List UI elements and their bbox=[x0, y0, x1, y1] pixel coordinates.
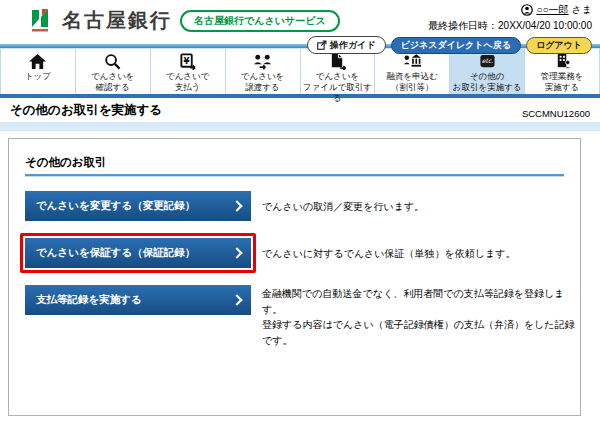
chevron-right-icon bbox=[231, 200, 242, 211]
svg-text:¥: ¥ bbox=[184, 56, 190, 66]
search-icon bbox=[103, 53, 122, 70]
nav-tab-label: でんさいを確認する bbox=[76, 71, 150, 93]
pay-icon: ¥ bbox=[178, 53, 197, 70]
chevron-right-icon bbox=[231, 294, 242, 305]
nav-tab-transfer-densai[interactable]: でんさいを譲渡する bbox=[226, 49, 301, 94]
logout-button[interactable]: ログアウト bbox=[526, 37, 592, 54]
home-icon bbox=[28, 53, 47, 70]
payment-record-description: 金融機関での自動送金でなく、利用者間での支払等記録を登録します。 登録する内容は… bbox=[262, 285, 580, 348]
nav-tab-apply-loan[interactable]: 融資を申込む（割引等） bbox=[375, 49, 450, 94]
last-operation-datetime: 最終操作日時：20XX/04/20 10:00:00 bbox=[307, 19, 592, 33]
change-densai-description: でんさいの取消／変更を行います。 bbox=[262, 191, 424, 215]
user-icon bbox=[521, 4, 533, 16]
logout-label: ログアウト bbox=[536, 41, 582, 50]
action-row-guarantee-densai: でんさいを保証する（保証記録） でんさいに対するでんさい保証（単独）を依頼します… bbox=[25, 238, 580, 268]
user-suffix: さま bbox=[572, 3, 592, 17]
header: 名古屋銀行 名古屋銀行でんさいサービス ○○一郎 さま 最終操作日時：20XX/… bbox=[0, 0, 600, 44]
nav-tab-label: でんさいを譲渡する bbox=[226, 71, 300, 93]
bank-logo-icon bbox=[30, 7, 54, 34]
change-densai-label: でんさいを変更する（変更記録） bbox=[36, 199, 195, 213]
nav-tab-label: 管理業務を実施する bbox=[525, 71, 599, 93]
nav-tab-confirm-densai[interactable]: でんさいを確認する bbox=[76, 49, 151, 94]
nav-tab-label: でんさいで支払う bbox=[151, 71, 225, 93]
external-link-icon bbox=[317, 40, 327, 50]
content-box: その他のお取引 でんさいを変更する（変更記録） でんさいの取消／変更を行います。… bbox=[8, 138, 581, 416]
nav-tab-label: その他のお取引を実施する bbox=[450, 71, 524, 93]
transfer-icon bbox=[253, 53, 272, 70]
loan-icon bbox=[403, 53, 422, 70]
payment-record-label: 支払等記録を実施する bbox=[36, 293, 142, 307]
back-to-business-direct-button[interactable]: ビジネスダイレクトへ戻る bbox=[391, 37, 521, 54]
user-name-link[interactable]: ○○一郎 bbox=[536, 3, 568, 17]
operation-guide-label: 操作ガイド bbox=[330, 41, 376, 50]
admin-icon bbox=[553, 53, 572, 70]
header-right: ○○一郎 さま 最終操作日時：20XX/04/20 10:00:00 操作ガイド… bbox=[307, 3, 592, 54]
svg-text:etc.: etc. bbox=[481, 57, 493, 64]
change-densai-button[interactable]: でんさいを変更する（変更記録） bbox=[25, 191, 251, 221]
user-line: ○○一郎 さま bbox=[307, 3, 592, 17]
guarantee-densai-label: でんさいを保証する（保証記録） bbox=[36, 246, 195, 260]
nav-tab-other-transactions[interactable]: etc. その他のお取引を実施する bbox=[450, 49, 525, 94]
guarantee-densai-description: でんさいに対するでんさい保証（単独）を依頼します。 bbox=[262, 238, 516, 262]
nav-tab-top[interactable]: トップ bbox=[0, 49, 76, 94]
action-row-change-densai: でんさいを変更する（変更記録） でんさいの取消／変更を行います。 bbox=[25, 191, 580, 221]
operation-guide-button[interactable]: 操作ガイド bbox=[307, 36, 386, 54]
title-accent-band bbox=[0, 122, 600, 131]
main-navigation: トップ でんさいを確認する ¥ でんさいで支払う でんさいを譲渡 bbox=[0, 48, 600, 98]
bank-logo: 名古屋銀行 名古屋銀行でんさいサービス bbox=[30, 7, 340, 34]
action-row-payment-record: 支払等記録を実施する 金融機関での自動送金でなく、利用者間での支払等記録を登録し… bbox=[25, 285, 580, 348]
nav-tab-label: 融資を申込む（割引等） bbox=[375, 71, 449, 93]
nav-tab-pay-with-densai[interactable]: ¥ でんさいで支払う bbox=[151, 49, 226, 94]
screen-code: SCCMNU12600 bbox=[522, 108, 590, 119]
chevron-right-icon bbox=[231, 247, 242, 258]
header-buttons: 操作ガイド ビジネスダイレクトへ戻る ログアウト bbox=[307, 36, 592, 54]
nav-tab-label: トップ bbox=[1, 71, 75, 82]
file-icon bbox=[328, 53, 347, 70]
section-title: その他のお取引 bbox=[25, 155, 564, 176]
guarantee-densai-button[interactable]: でんさいを保証する（保証記録） bbox=[25, 238, 251, 268]
bank-name: 名古屋銀行 bbox=[62, 7, 172, 34]
back-button-label: ビジネスダイレクトへ戻る bbox=[401, 41, 511, 50]
nav-tab-admin-tasks[interactable]: 管理業務を実施する bbox=[525, 49, 600, 94]
etc-icon: etc. bbox=[478, 53, 497, 70]
nav-tab-file-transaction[interactable]: でんさいをファイルで取引する bbox=[301, 49, 376, 94]
page-title: その他のお取引を実施する bbox=[10, 102, 162, 119]
payment-record-button[interactable]: 支払等記録を実施する bbox=[25, 285, 251, 315]
nav-tab-label: でんさいをファイルで取引する bbox=[301, 71, 375, 104]
